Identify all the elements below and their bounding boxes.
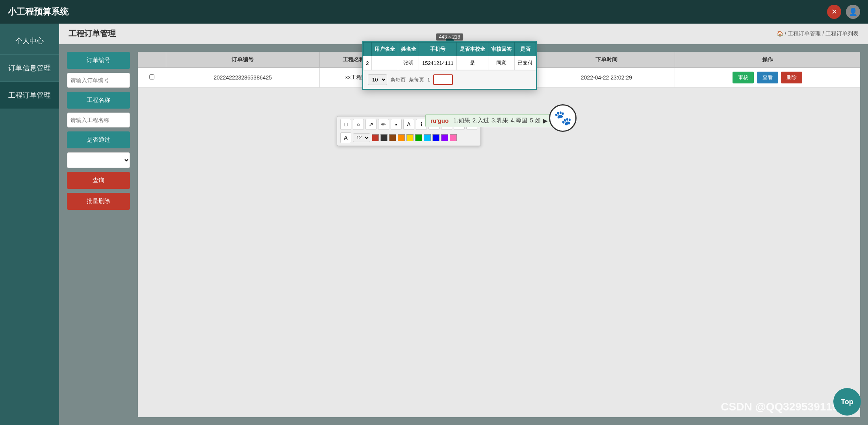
ime-bar: ru'guo 1.如果 2.入过 3.乳果 4.辱国 5.如 ▶: [425, 114, 553, 127]
ellipse-tool[interactable]: ○: [353, 119, 364, 130]
user-button[interactable]: 👤: [846, 5, 860, 19]
project-name-input[interactable]: [67, 113, 130, 128]
order-no-button[interactable]: 订单编号: [67, 52, 130, 69]
col-checkbox: [138, 52, 166, 68]
batch-delete-button[interactable]: 批量删除: [67, 193, 130, 210]
ime-suggestion-4[interactable]: 4.辱国: [511, 117, 528, 124]
ime-input: ru'guo: [430, 117, 449, 124]
modal-size-label: 443 × 218: [436, 33, 464, 41]
ime-suggestion-3[interactable]: 3.乳果: [491, 117, 508, 124]
mascot: 🐾: [549, 104, 581, 136]
breadcrumb: 🏠 / 工程订单管理 / 工程订单列表: [777, 30, 859, 37]
cell-actions: 审核 查看 删除: [675, 68, 860, 88]
row-checkbox[interactable]: [149, 74, 154, 79]
mascot-body: 🐾: [549, 104, 577, 132]
audit-button[interactable]: 审核: [733, 72, 754, 83]
content-area: 订单编号 工程名称 是否通过 是 否 查询 批量删除: [59, 44, 868, 425]
page-size-label: 条每页: [390, 76, 406, 83]
rect-tool[interactable]: □: [340, 119, 351, 130]
sidebar-item-order-info[interactable]: 订单信息管理: [0, 55, 59, 82]
color-yellow[interactable]: [406, 134, 414, 141]
color-green[interactable]: [415, 134, 422, 141]
modal-table: 用户名全 姓名全 手机号 是否本校全 审核回答 是否 2 张明 15241214…: [363, 42, 536, 70]
modal-col-id: [364, 42, 372, 56]
font-size-select[interactable]: 12 14 16 18: [353, 133, 370, 142]
color-red[interactable]: [372, 134, 379, 141]
left-panel: 订单编号 工程名称 是否通过 是 否 查询 批量删除: [67, 52, 130, 417]
ime-arrow[interactable]: ▶: [543, 117, 548, 124]
color-purple[interactable]: [441, 134, 448, 141]
modal-col-username: 用户名全: [371, 42, 398, 56]
color-cyan[interactable]: [424, 134, 431, 141]
sidebar: 个人中心 订单信息管理 工程订单管理: [0, 24, 59, 425]
font-label: A: [340, 132, 351, 143]
color-row: A 12 14 16 18: [340, 132, 477, 143]
top-bar-icons: ✕ 👤: [827, 5, 860, 19]
col-order-no: 订单编号: [166, 52, 319, 68]
arrow-tool[interactable]: ↗: [365, 119, 377, 130]
current-page-text: 1: [427, 77, 430, 83]
modal-popup: 443 × 218 用户名全 姓名全 手机号 是否本校全 审核回答 是否 2 张…: [362, 41, 537, 90]
is-pass-button[interactable]: 是否通过: [67, 131, 130, 148]
modal-col-status: 是否: [515, 42, 536, 56]
modal-col-audit: 审核回答: [488, 42, 515, 56]
sidebar-item-personal[interactable]: 个人中心: [0, 28, 59, 55]
color-orange[interactable]: [398, 134, 405, 141]
order-no-input[interactable]: [67, 73, 130, 88]
col-actions: 操作: [675, 52, 860, 68]
color-blue[interactable]: [432, 134, 440, 141]
app-title: 小工程预算系统: [8, 6, 69, 18]
modal-cell-phone: 15241214111: [419, 56, 456, 70]
modal-table-row: 2 张明 15241214111 是 同意 已支付: [364, 56, 536, 70]
text-tool[interactable]: A: [403, 119, 414, 130]
modal-col-phone: 手机号: [419, 42, 456, 56]
color-black[interactable]: [380, 134, 388, 141]
query-button[interactable]: 查询: [67, 172, 130, 189]
total-pages-label: 条每页: [409, 76, 424, 83]
right-panel: 订单编号 工程名称 面积 报价 下单时间 操作 2022422: [138, 52, 860, 417]
close-button[interactable]: ✕: [827, 5, 841, 19]
marker-tool[interactable]: ▪: [391, 119, 402, 130]
modal-cell-name: 张明: [398, 56, 419, 70]
modal-cell-audit: 同意: [488, 56, 515, 70]
ime-suggestion-5[interactable]: 5.如: [530, 117, 541, 124]
color-pink[interactable]: [450, 134, 457, 141]
modal-cell-status: 已支付: [515, 56, 536, 70]
modal-col-is-school: 是否本校全: [456, 42, 488, 56]
cell-order-no: 2022422232865386425: [166, 68, 319, 88]
modal-col-name: 姓名全: [398, 42, 419, 56]
pen-tool[interactable]: ✏: [378, 119, 389, 130]
modal-cell-username: [371, 56, 398, 70]
is-pass-select[interactable]: 是 否: [67, 152, 130, 168]
modal-cell-is-school: 是: [456, 56, 488, 70]
cell-order-time: 2022-04-22 23:02:29: [538, 68, 675, 88]
project-name-button[interactable]: 工程名称: [67, 92, 130, 109]
col-order-time: 下单时间: [538, 52, 675, 68]
color-brown[interactable]: [389, 134, 396, 141]
page-jump-input[interactable]: [433, 74, 453, 85]
modal-footer: 10 20 50 条每页 条每页 1: [363, 70, 536, 89]
watermark: CSDN @QQ3295391197: [721, 401, 844, 413]
modal-cell-id: 2: [364, 56, 372, 70]
top-scroll-button[interactable]: Top: [833, 388, 861, 416]
view-button[interactable]: 查看: [757, 72, 778, 83]
sidebar-item-order-manage[interactable]: 工程订单管理: [0, 82, 59, 109]
page-title: 工程订单管理: [69, 28, 116, 39]
delete-button[interactable]: 删除: [781, 72, 802, 83]
ime-suggestion-2[interactable]: 2.入过: [473, 117, 490, 124]
page-size-select[interactable]: 10 20 50: [368, 74, 387, 85]
modal-header-row: 用户名全 姓名全 手机号 是否本校全 审核回答 是否: [364, 42, 536, 56]
top-bar: 小工程预算系统 ✕ 👤: [0, 0, 868, 24]
cell-checkbox: [138, 68, 166, 88]
ime-suggestion-1[interactable]: 1.如果: [453, 117, 470, 124]
